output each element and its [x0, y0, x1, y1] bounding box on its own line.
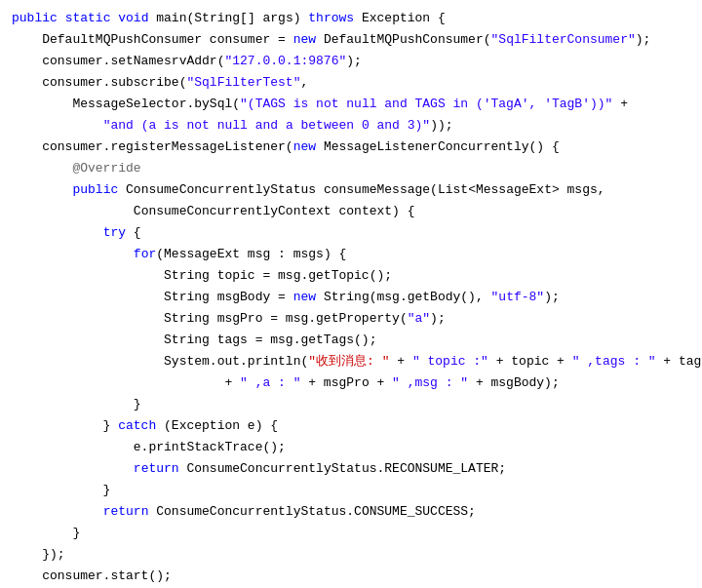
- line-27: consumer.start();: [0, 566, 702, 587]
- and-keyword-4: and: [377, 115, 400, 137]
- line-12: for ( MessageExt msg : msgs) {: [0, 244, 702, 265]
- keyword-static: static: [65, 8, 111, 29]
- line-1: public static void main( String [] args)…: [0, 8, 702, 29]
- line-9: public ConsumeConcurrentlyStatus consume…: [0, 179, 702, 201]
- line-19: }: [0, 394, 702, 415]
- line-3: consumer.setNamesrvAddr( "127.0.0.1:9876…: [0, 51, 702, 72]
- line-6: " and (a is not null and a between 0 and…: [0, 115, 702, 137]
- line-11: try {: [0, 222, 702, 244]
- keyword-void: void: [118, 8, 148, 29]
- line-5: MessageSelector .bySql( "(TAGS is not nu…: [0, 94, 702, 115]
- line-20: } catch ( Exception e) {: [0, 415, 702, 437]
- line-17: System.out.println( "收到消息: " + " topic :…: [0, 351, 702, 372]
- line-15: String msgPro = msg.getProperty( "a" );: [0, 308, 702, 330]
- keyword-throws: throws: [308, 8, 354, 29]
- keyword-public: public: [12, 8, 58, 29]
- line-24: return ConsumeConcurrentlyStatus .CONSUM…: [0, 501, 702, 523]
- line-2: DefaultMQPushConsumer consumer = new Def…: [0, 29, 702, 51]
- line-22: return ConsumeConcurrentlyStatus .RECONS…: [0, 458, 702, 480]
- line-10: ConsumeConcurrentlyContext context) {: [0, 201, 702, 222]
- and-keyword-1: and: [384, 94, 407, 115]
- line-7: consumer.registerMessageListener( new Me…: [0, 137, 702, 158]
- line-4: consumer.subscribe( "SqlFilterTest" ,: [0, 72, 702, 94]
- line-21: e.printStackTrace();: [0, 437, 702, 458]
- and-keyword-3: and: [255, 115, 278, 137]
- line-8: @Override: [0, 158, 702, 179]
- line-14: String msgBody = new String (msg.getBody…: [0, 287, 702, 308]
- line-13: String topic = msg.getTopic();: [0, 265, 702, 287]
- line-18: + " ,a : " + msgPro + " ,msg : " + msgBo…: [0, 372, 702, 394]
- line-25: }: [0, 523, 702, 544]
- code-block: public static void main( String [] args)…: [0, 0, 702, 588]
- line-16: String tags = msg.getTags();: [0, 330, 702, 351]
- and-keyword-2: and: [110, 115, 133, 137]
- line-23: }: [0, 480, 702, 501]
- line-26: });: [0, 544, 702, 566]
- topic-var: topic: [511, 351, 549, 372]
